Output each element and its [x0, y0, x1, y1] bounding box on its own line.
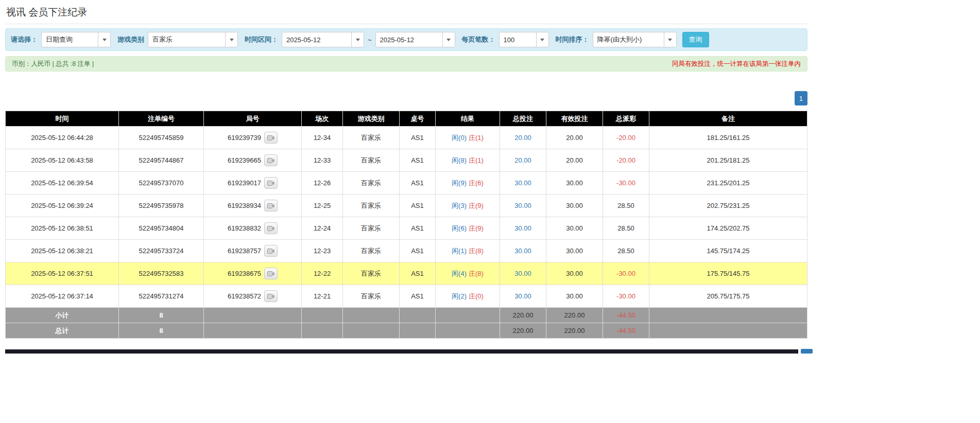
- column-header: 备注: [649, 111, 807, 127]
- video-replay-button[interactable]: [264, 154, 278, 166]
- cell-round-id: 619238832: [204, 217, 302, 240]
- video-replay-icon: [267, 248, 274, 254]
- round-id: 619239665: [228, 156, 261, 164]
- cell-valid-bet: 30.00: [546, 262, 603, 285]
- column-header: 时间: [6, 111, 119, 127]
- cell-session: 12-21: [302, 285, 343, 308]
- page-size-dropdown-button[interactable]: [536, 32, 548, 47]
- result-banker: 庄(8): [469, 247, 484, 255]
- game-type-combobox[interactable]: [148, 32, 238, 47]
- footer-bar: [5, 349, 798, 354]
- cell-remark: 201.25/181.25: [649, 149, 807, 172]
- cell-remark: 174.25/202.75: [649, 217, 807, 240]
- video-replay-button[interactable]: [264, 200, 278, 212]
- game-type-label: 游戏类别: [117, 35, 144, 44]
- chevron-down-icon: [102, 39, 107, 41]
- cell-bet-id: 522495737070: [119, 172, 204, 195]
- game-type-input[interactable]: [148, 32, 225, 47]
- cell-bet-id: 522495733724: [119, 240, 204, 262]
- video-replay-icon: [267, 157, 274, 164]
- query-type-combobox[interactable]: [41, 32, 111, 47]
- empty-cell: [302, 323, 343, 339]
- cell-payout: -30.00: [603, 285, 649, 308]
- bet-records-table: 时间注单编号局号场次游戏类别桌号结果总投注有效投注总派彩备注 2025-05-1…: [5, 111, 807, 339]
- cell-payout: -30.00: [603, 262, 649, 285]
- total-bet-link[interactable]: 30.00: [514, 224, 531, 232]
- video-replay-button[interactable]: [264, 222, 278, 234]
- cell-remark: 231.25/201.25: [649, 172, 807, 195]
- cell-valid-bet: 20.00: [546, 127, 603, 149]
- date-to-dropdown-button[interactable]: [442, 32, 455, 47]
- video-replay-button[interactable]: [264, 290, 278, 302]
- cell-bet-id: 522495732583: [119, 262, 204, 285]
- round-id: 619238934: [228, 202, 261, 209]
- page-size-input[interactable]: [500, 32, 536, 47]
- cell-table-no: AS1: [400, 240, 436, 262]
- pagination-page-1[interactable]: 1: [795, 91, 807, 105]
- video-replay-button[interactable]: [264, 132, 278, 144]
- currency-summary-text: 币别：人民币 | 总共 :8 注单 |: [12, 60, 94, 68]
- date-from-input[interactable]: [282, 32, 351, 47]
- cell-game-type: 百家乐: [343, 240, 400, 262]
- cell-valid-bet: 30.00: [546, 172, 603, 195]
- video-replay-button[interactable]: [264, 177, 278, 189]
- game-type-dropdown-button[interactable]: [225, 32, 237, 47]
- cell-table-no: AS1: [400, 217, 436, 240]
- cell-valid-bet: 30.00: [546, 240, 603, 262]
- cell-session: 12-34: [302, 127, 343, 149]
- sort-order-input[interactable]: [593, 32, 664, 47]
- cell-session: 12-25: [302, 195, 343, 217]
- cell-time: 2025-05-12 06:37:51: [6, 262, 119, 285]
- bottom-pagination-page-1[interactable]: [801, 349, 813, 354]
- sort-order-dropdown-button[interactable]: [664, 32, 676, 47]
- video-replay-icon: [267, 293, 274, 299]
- column-header: 总派彩: [603, 111, 649, 127]
- video-replay-button[interactable]: [264, 245, 278, 257]
- query-type-input[interactable]: [42, 32, 98, 47]
- cell-table-no: AS1: [400, 195, 436, 217]
- cell-time: 2025-05-12 06:38:51: [6, 217, 119, 240]
- cell-time: 2025-05-12 06:43:58: [6, 149, 119, 172]
- total-bet-link[interactable]: 30.00: [514, 179, 531, 187]
- column-header: 场次: [302, 111, 343, 127]
- subtotal-total-bet: 220.00: [500, 308, 546, 323]
- date-to-input[interactable]: [376, 32, 442, 47]
- summary-bar: 币别：人民币 | 总共 :8 注单 | 同局有效投注，统一计算在该局第一张注单内: [5, 56, 807, 72]
- cell-result: 闲(0)庄(1): [436, 127, 500, 149]
- cell-session: 12-33: [302, 149, 343, 172]
- total-bet-link[interactable]: 30.00: [514, 270, 531, 277]
- round-id: 619238675: [228, 270, 261, 277]
- page-size-combobox[interactable]: [499, 32, 549, 47]
- cell-payout: -20.00: [603, 149, 649, 172]
- cell-valid-bet: 30.00: [546, 195, 603, 217]
- cell-bet-id: 522495735978: [119, 195, 204, 217]
- cell-remark: 181.25/161.25: [649, 127, 807, 149]
- empty-cell: [204, 308, 302, 323]
- query-type-dropdown-button[interactable]: [98, 32, 110, 47]
- cell-time: 2025-05-12 06:44:28: [6, 127, 119, 149]
- cell-game-type: 百家乐: [343, 217, 400, 240]
- cell-game-type: 百家乐: [343, 195, 400, 217]
- result-player: 闲(6): [452, 224, 467, 232]
- total-bet-link[interactable]: 30.00: [514, 247, 531, 255]
- total-bet-link[interactable]: 30.00: [514, 292, 531, 300]
- total-bet-link[interactable]: 20.00: [514, 156, 531, 164]
- cell-valid-bet: 30.00: [546, 285, 603, 308]
- search-button[interactable]: 查询: [682, 32, 709, 47]
- page-title: 视讯 会员下注纪录: [5, 0, 807, 24]
- cell-table-no: AS1: [400, 172, 436, 195]
- result-player: 闲(1): [452, 247, 467, 255]
- table-row: 2025-05-12 06:43:58 522495744867 6192396…: [6, 149, 807, 172]
- date-to-picker[interactable]: [375, 32, 455, 47]
- sort-order-combobox[interactable]: [593, 32, 677, 47]
- date-from-picker[interactable]: [282, 32, 364, 47]
- date-from-dropdown-button[interactable]: [351, 32, 364, 47]
- total-bet-link[interactable]: 20.00: [514, 134, 531, 142]
- empty-cell: [649, 323, 807, 339]
- video-replay-button[interactable]: [264, 268, 278, 279]
- empty-cell: [400, 323, 436, 339]
- cell-table-no: AS1: [400, 149, 436, 172]
- total-bet-link[interactable]: 30.00: [514, 202, 531, 209]
- chevron-down-icon: [446, 39, 451, 41]
- table-row: 2025-05-12 06:38:51 522495734804 6192388…: [6, 217, 807, 240]
